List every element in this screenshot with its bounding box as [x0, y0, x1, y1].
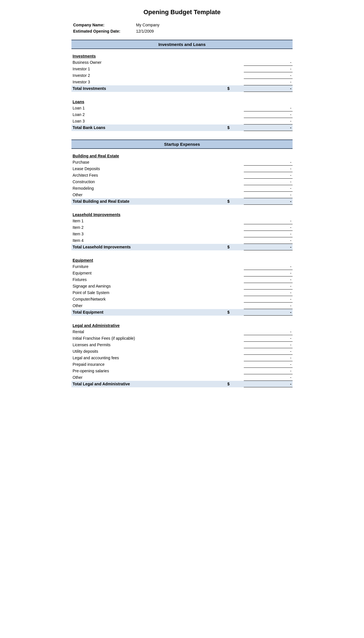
- startup-expenses-header: Startup Expenses: [71, 140, 293, 149]
- list-item: Business Owner -: [71, 59, 293, 66]
- building-title: Building and Real Estate: [71, 153, 226, 159]
- list-item: Signage and Awnings -: [71, 283, 293, 290]
- company-name-label: Company Name:: [72, 22, 134, 28]
- investments-loans-header: Investments and Loans: [71, 40, 293, 49]
- list-item: Computer/Network -: [71, 296, 293, 303]
- list-item: Initial Franchise Fees (if applicable) -: [71, 335, 293, 342]
- list-item: Other -: [71, 374, 293, 381]
- list-item: Point of Sale System -: [71, 290, 293, 296]
- list-item: Prepaid insurance -: [71, 361, 293, 368]
- list-item: Licenses and Permits -: [71, 342, 293, 348]
- list-item: Legal and accounting fees -: [71, 355, 293, 361]
- list-item: Fixtures -: [71, 276, 293, 283]
- leasehold-title: Leasehold Improvements: [71, 212, 226, 218]
- loans-title: Loans: [71, 99, 226, 105]
- list-item: Other -: [71, 192, 293, 198]
- total-loans-row: Total Bank Loans $ -: [71, 124, 293, 131]
- total-equipment-row: Total Equipment $ -: [71, 309, 293, 316]
- total-building-row: Total Building and Real Estate $ -: [71, 198, 293, 205]
- building-table: Building and Real Estate Purchase - Leas…: [71, 153, 293, 205]
- equipment-title: Equipment: [71, 257, 226, 263]
- list-item: Construction -: [71, 179, 293, 185]
- list-item: Purchase -: [71, 159, 293, 166]
- equipment-table: Equipment Furniture - Equipment - Fixtur…: [71, 257, 293, 316]
- list-item: Loan 3 -: [71, 118, 293, 124]
- list-item: Loan 1 -: [71, 105, 293, 111]
- list-item: Other -: [71, 303, 293, 309]
- list-item: Item 4 -: [71, 237, 293, 244]
- date-label: Estimated Opening Date:: [72, 28, 134, 34]
- list-item: Architect Fees -: [71, 172, 293, 179]
- company-name-value: My Company: [135, 22, 292, 28]
- investments-table: Investments Business Owner - Investor 1 …: [71, 53, 293, 92]
- date-value: 12/1/2009: [135, 28, 292, 34]
- loans-table: Loans Loan 1 - Loan 2 - Loan 3 - Total B…: [71, 99, 293, 131]
- company-info: Company Name: My Company Estimated Openi…: [71, 22, 293, 35]
- list-item: Investor 2 -: [71, 72, 293, 79]
- list-item: Investor 1 -: [71, 66, 293, 72]
- list-item: Loan 2 -: [71, 111, 293, 118]
- list-item: Equipment -: [71, 270, 293, 276]
- list-item: Item 1 -: [71, 218, 293, 224]
- list-item: Furniture -: [71, 263, 293, 270]
- total-leasehold-row: Total Leasehold Improvements $ -: [71, 244, 293, 250]
- total-investments-row: Total Investments $ -: [71, 85, 293, 92]
- page-title: Opening Budget Template: [71, 9, 293, 16]
- list-item: Utility deposits -: [71, 348, 293, 355]
- legal-table: Legal and Administrative Rental - Initia…: [71, 322, 293, 387]
- list-item: Pre-opening salaries -: [71, 368, 293, 374]
- list-item: Lease Deposits -: [71, 166, 293, 172]
- leasehold-table: Leasehold Improvements Item 1 - Item 2 -…: [71, 212, 293, 250]
- list-item: Item 2 -: [71, 224, 293, 231]
- total-legal-row: Total Legal and Administrative $ -: [71, 381, 293, 387]
- legal-title: Legal and Administrative: [71, 322, 226, 329]
- list-item: Item 3 -: [71, 231, 293, 237]
- list-item: Remodeling -: [71, 185, 293, 192]
- investments-title: Investments: [71, 53, 226, 59]
- list-item: Rental -: [71, 329, 293, 335]
- list-item: Investor 3 -: [71, 79, 293, 85]
